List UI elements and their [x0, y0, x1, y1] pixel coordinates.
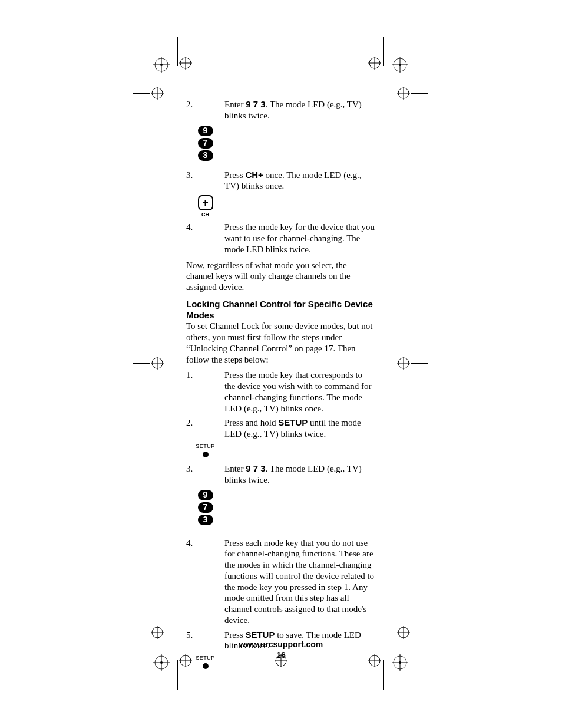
reg-mark: [151, 87, 164, 100]
step-b3-icons: 9 7 3: [186, 488, 375, 526]
step-b2-icons: SETUP: [186, 442, 375, 457]
page-content: 2. Enter 9 7 3. The mode LED (e.g., TV) …: [186, 99, 375, 671]
reg-mark: [397, 87, 410, 100]
setup-dot-icon: [203, 452, 209, 457]
paragraph: To set Channel Lock for some device mode…: [186, 321, 375, 365]
page-footer: www.urcsupport.com 16: [0, 639, 562, 660]
keypad-icons: 9 7 3: [186, 488, 224, 526]
setup-label: SETUP: [196, 443, 215, 450]
step-number: 4.: [186, 538, 224, 549]
step-b3: 3. Enter 9 7 3. The mode LED (e.g., TV) …: [186, 463, 375, 486]
step-number: 3.: [186, 463, 224, 475]
ch-label: CH: [201, 212, 209, 218]
reg-mark: [397, 357, 410, 370]
crop-mark: [411, 363, 428, 364]
key-9-icon: 9: [198, 490, 213, 500]
paragraph: Now, regardless of what mode you select,…: [186, 260, 375, 293]
text: Enter: [224, 464, 246, 473]
crop-mark: [177, 37, 178, 66]
step-number: 3.: [186, 170, 224, 181]
key-3-icon: 3: [198, 150, 213, 161]
page-number: 16: [0, 650, 562, 660]
crop-mark: [177, 660, 178, 690]
bold: CH+: [245, 170, 263, 180]
reg-mark: [368, 57, 381, 70]
key-3-icon: 3: [198, 515, 213, 525]
key-7-icon: 7: [198, 502, 213, 513]
step-number: 4.: [186, 222, 224, 233]
step-text: Press each mode key that you do not use …: [224, 538, 375, 626]
code: 9 7 3: [246, 463, 265, 473]
key-9-icon: 9: [198, 126, 213, 136]
step-b4: 4. Press each mode key that you do not u…: [186, 538, 375, 626]
step-a4: 4. Press the mode key for the device tha…: [186, 222, 375, 255]
text: Press and hold: [224, 418, 278, 427]
step-a3-icons: + CH: [186, 194, 375, 218]
crop-mark: [383, 660, 384, 690]
footer-url: www.urcsupport.com: [0, 639, 562, 650]
reg-mark: [392, 57, 408, 73]
crop-mark: [383, 37, 384, 66]
reg-mark: [151, 626, 164, 639]
step-a2-icons: 9 7 3: [186, 124, 375, 162]
ch-plus-icon: + CH: [186, 194, 224, 218]
reg-mark: [179, 57, 192, 70]
step-number: 2.: [186, 417, 224, 429]
text: Press: [224, 630, 245, 640]
setup-icon: SETUP: [186, 442, 224, 457]
step-text: Enter 9 7 3. The mode LED (e.g., TV) bli…: [224, 99, 375, 121]
crop-mark: [133, 363, 150, 364]
crop-mark: [411, 633, 428, 633]
key-7-icon: 7: [198, 138, 213, 149]
reg-mark: [397, 626, 410, 639]
bold: SETUP: [278, 417, 308, 427]
step-text: Press CH+ once. The mode LED (e.g., TV) …: [224, 170, 375, 192]
step-text: Press and hold SETUP until the mode LED …: [224, 417, 375, 440]
crop-mark: [133, 633, 150, 633]
crop-mark: [411, 93, 428, 94]
text: Press: [224, 170, 245, 180]
text: Enter: [224, 100, 246, 109]
step-text: Press the mode key for the device that y…: [224, 222, 375, 255]
code: 9 7 3: [246, 99, 265, 109]
step-number: 2.: [186, 99, 224, 110]
step-b1: 1. Press the mode key that corresponds t…: [186, 370, 375, 414]
step-a2: 2. Enter 9 7 3. The mode LED (e.g., TV) …: [186, 99, 375, 121]
step-text: Press the mode key that corresponds to t…: [224, 370, 375, 414]
step-a3: 3. Press CH+ once. The mode LED (e.g., T…: [186, 170, 375, 192]
step-number: 1.: [186, 370, 224, 381]
section-heading: Locking Channel Control for Specific Dev…: [186, 299, 375, 321]
step-b2: 2. Press and hold SETUP until the mode L…: [186, 417, 375, 440]
bold: SETUP: [245, 630, 275, 640]
setup-dot-icon: [203, 663, 209, 669]
crop-mark: [133, 93, 150, 94]
keypad-icons: 9 7 3: [186, 124, 224, 162]
reg-mark: [153, 57, 170, 73]
step-text: Enter 9 7 3. The mode LED (e.g., TV) bli…: [224, 463, 375, 486]
reg-mark: [151, 357, 164, 370]
ch-plus-button-icon: +: [198, 195, 213, 210]
